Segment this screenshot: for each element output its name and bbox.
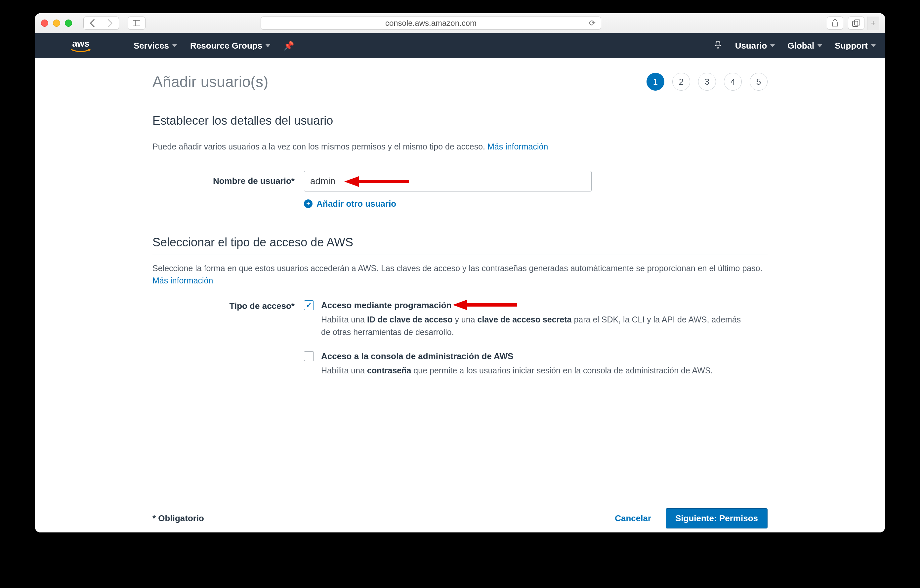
maximize-window-button[interactable] xyxy=(65,19,72,27)
section-user-details-subtext: Puede añadir varios usuarios a la vez co… xyxy=(152,141,768,153)
wizard-footer: * Obligatorio Cancelar Siguiente: Permis… xyxy=(35,504,885,533)
aws-header: aws Services Resource Groups 📌 Usuario G… xyxy=(35,33,885,58)
url-bar[interactable]: console.aws.amazon.com ⟳ xyxy=(261,16,601,30)
window-controls xyxy=(41,19,72,27)
option-programmatic-desc: Habilita una ID de clave de acceso y una… xyxy=(321,313,748,339)
svg-rect-2 xyxy=(852,21,858,26)
chevron-down-icon xyxy=(266,44,270,47)
step-3[interactable]: 3 xyxy=(698,73,716,91)
access-option-programmatic[interactable]: ✓ Acceso mediante programación Habilita … xyxy=(304,300,768,339)
check-icon: ✓ xyxy=(306,301,312,309)
section-access-subtext: Seleccione la forma en que estos usuario… xyxy=(152,262,768,287)
more-info-link[interactable]: Más información xyxy=(488,142,548,151)
forward-button[interactable] xyxy=(101,16,119,30)
step-2[interactable]: 2 xyxy=(672,73,690,91)
username-input[interactable] xyxy=(304,171,591,191)
add-another-user-button[interactable]: + Añadir otro usuario xyxy=(304,199,768,209)
share-button[interactable] xyxy=(827,16,843,30)
chevron-down-icon xyxy=(871,44,876,47)
cancel-button[interactable]: Cancelar xyxy=(615,513,651,523)
divider xyxy=(152,254,768,255)
step-4[interactable]: 4 xyxy=(724,73,742,91)
account-menu[interactable]: Usuario xyxy=(735,40,775,51)
back-button[interactable] xyxy=(83,16,101,30)
chevron-down-icon xyxy=(770,44,775,47)
option-programmatic-title: Acceso mediante programación xyxy=(321,300,748,311)
section-access-heading: Seleccionar el tipo de acceso de AWS xyxy=(152,235,768,249)
pin-icon[interactable]: 📌 xyxy=(283,40,294,51)
header-right: Usuario Global Support xyxy=(713,40,876,52)
access-option-console[interactable]: Acceso a la consola de administración de… xyxy=(304,351,768,377)
browser-window: console.aws.amazon.com ⟳ + aws Services … xyxy=(35,13,885,533)
resource-groups-menu[interactable]: Resource Groups xyxy=(190,40,270,51)
chevron-down-icon xyxy=(818,44,822,47)
next-button[interactable]: Siguiente: Permisos xyxy=(666,508,768,528)
chevron-down-icon xyxy=(172,44,177,47)
step-1[interactable]: 1 xyxy=(646,73,664,91)
svg-rect-0 xyxy=(133,20,140,26)
support-menu[interactable]: Support xyxy=(835,40,876,51)
services-menu[interactable]: Services xyxy=(134,40,177,51)
reload-icon[interactable]: ⟳ xyxy=(589,18,596,28)
browser-titlebar: console.aws.amazon.com ⟳ + xyxy=(35,13,885,33)
add-another-user-label: Añadir otro usuario xyxy=(316,199,396,209)
resource-groups-label: Resource Groups xyxy=(190,40,262,51)
account-label: Usuario xyxy=(735,40,767,51)
option-console-title: Acceso a la consola de administración de… xyxy=(321,351,713,361)
username-row: Nombre de usuario* xyxy=(152,171,768,191)
page-content: Añadir usuario(s) 1 2 3 4 5 Establecer l… xyxy=(35,58,885,504)
section-user-details-heading: Establecer los detalles del usuario xyxy=(152,114,768,128)
access-type-label: Tipo de acceso* xyxy=(152,300,295,390)
minimize-window-button[interactable] xyxy=(53,19,60,27)
svg-rect-3 xyxy=(855,20,860,25)
divider xyxy=(152,133,768,133)
plus-circle-icon: + xyxy=(304,199,313,208)
checkbox-console[interactable] xyxy=(304,351,314,361)
aws-logo[interactable]: aws xyxy=(44,38,120,53)
browser-nav xyxy=(83,16,119,30)
wizard-steps: 1 2 3 4 5 xyxy=(646,73,768,91)
close-window-button[interactable] xyxy=(41,19,48,27)
checkbox-programmatic[interactable]: ✓ xyxy=(304,300,314,310)
region-menu[interactable]: Global xyxy=(787,40,822,51)
username-label: Nombre de usuario* xyxy=(152,176,295,186)
page-title: Añadir usuario(s) xyxy=(152,73,268,91)
region-label: Global xyxy=(787,40,814,51)
notifications-icon[interactable] xyxy=(713,40,722,52)
new-tab-button[interactable]: + xyxy=(867,16,879,30)
tabs-button[interactable] xyxy=(848,16,865,30)
more-info-link[interactable]: Más información xyxy=(152,276,213,285)
support-label: Support xyxy=(835,40,868,51)
sidebar-toggle-button[interactable] xyxy=(128,16,146,30)
browser-actions: + xyxy=(827,16,879,30)
url-text: console.aws.amazon.com xyxy=(385,18,476,28)
services-label: Services xyxy=(134,40,169,51)
option-console-desc: Habilita una contraseña que permite a lo… xyxy=(321,364,713,377)
step-5[interactable]: 5 xyxy=(750,73,768,91)
required-note: * Obligatorio xyxy=(152,513,204,523)
